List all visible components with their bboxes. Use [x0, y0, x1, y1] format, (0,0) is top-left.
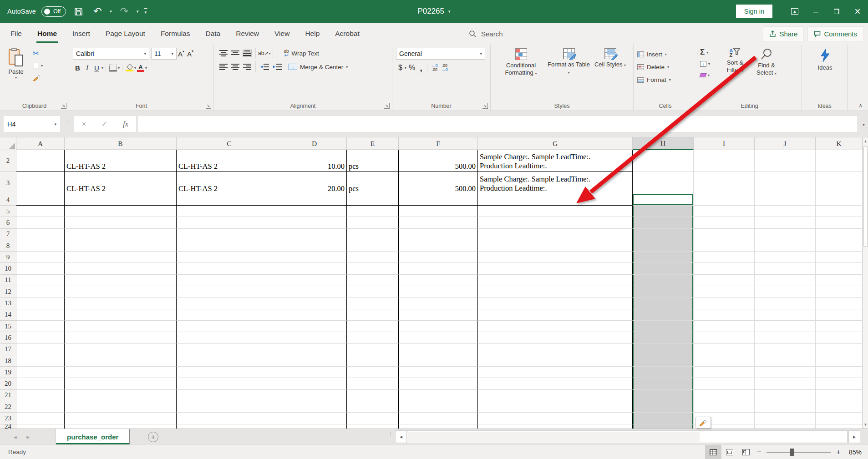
cell-A3[interactable] — [16, 172, 65, 194]
cell-A13[interactable] — [16, 298, 65, 309]
font-size-select[interactable]: 11 ▾ — [151, 48, 177, 60]
cut-button[interactable]: ✂ — [33, 49, 43, 58]
tab-file[interactable]: File — [3, 23, 30, 45]
clear-button[interactable]: ▾ — [700, 71, 720, 80]
cell-J3[interactable] — [755, 172, 816, 194]
increase-decimal-button[interactable]: ←0.00 — [431, 64, 438, 72]
conditional-formatting-button[interactable]: Conditional Formatting ▾ — [497, 47, 546, 77]
cell-C6[interactable] — [177, 217, 282, 228]
paste-chevron-icon[interactable]: ▾ — [15, 76, 17, 80]
cell-B19[interactable] — [65, 367, 177, 378]
cell-J9[interactable] — [755, 252, 816, 263]
cell-K12[interactable] — [816, 286, 863, 298]
select-all-button[interactable] — [0, 137, 16, 150]
cell-I17[interactable] — [694, 344, 755, 355]
row-header-15[interactable]: 15 — [0, 321, 16, 332]
cell-A22[interactable] — [16, 401, 65, 413]
insert-cells-button[interactable]: Insert ▾ — [637, 48, 693, 61]
cell-A16[interactable] — [16, 332, 65, 343]
cell-G15[interactable] — [478, 321, 633, 332]
cell-H17[interactable] — [633, 344, 694, 355]
cell-K24[interactable] — [816, 424, 863, 429]
cell-D14[interactable] — [282, 309, 347, 321]
cell-K22[interactable] — [816, 401, 863, 413]
cell-I4[interactable] — [694, 194, 755, 206]
scroll-down-arrow-icon[interactable]: ▼ — [863, 423, 868, 427]
cell-A15[interactable] — [16, 321, 65, 332]
cell-D15[interactable] — [282, 321, 347, 332]
cell-H23[interactable] — [633, 413, 694, 424]
sort-filter-button[interactable]: AZ Sort & Filter ▾ — [720, 47, 750, 75]
cell-B21[interactable] — [65, 390, 177, 401]
cell-G10[interactable] — [478, 263, 633, 274]
cell-A14[interactable] — [16, 309, 65, 321]
cell-H5[interactable] — [633, 206, 694, 217]
cell-G7[interactable] — [478, 229, 633, 240]
cell-C8[interactable] — [177, 240, 282, 252]
zoom-slider-thumb[interactable] — [790, 449, 794, 456]
tab-formulas[interactable]: Formulas — [153, 23, 198, 45]
row-header-14[interactable]: 14 — [0, 309, 16, 321]
column-header-J[interactable]: J — [755, 137, 816, 150]
cell-I21[interactable] — [694, 390, 755, 401]
row-header-2[interactable]: 2 — [0, 150, 16, 172]
insert-cells-chevron-icon[interactable]: ▾ — [665, 52, 667, 56]
cell-F18[interactable] — [399, 355, 478, 367]
cell-J19[interactable] — [755, 367, 816, 378]
name-box[interactable]: H4 ▾ — [4, 116, 60, 132]
save-button[interactable] — [71, 5, 85, 18]
cell-F19[interactable] — [399, 367, 478, 378]
cell-E23[interactable] — [347, 413, 399, 424]
cell-G6[interactable] — [478, 217, 633, 228]
zoom-in-button[interactable]: + — [833, 448, 843, 457]
column-header-A[interactable]: A — [16, 137, 65, 150]
cell-H6[interactable] — [633, 217, 694, 228]
cell-K13[interactable] — [816, 298, 863, 309]
comma-style-button[interactable]: , — [420, 63, 422, 73]
cell-C5[interactable] — [177, 206, 282, 217]
sheet-tab-purchase-order[interactable]: purchase_order — [56, 429, 130, 444]
row-header-8[interactable]: 8 — [0, 240, 16, 252]
row-header-19[interactable]: 19 — [0, 367, 16, 378]
cell-J18[interactable] — [755, 355, 816, 367]
cell-J22[interactable] — [755, 401, 816, 413]
cell-H20[interactable] — [633, 378, 694, 389]
clipboard-dialog-launcher[interactable]: ↘ — [61, 103, 66, 109]
cell-E20[interactable] — [347, 378, 399, 389]
row-header-17[interactable]: 17 — [0, 344, 16, 355]
row-header-6[interactable]: 6 — [0, 217, 16, 228]
tab-page-layout[interactable]: Page Layout — [98, 23, 153, 45]
number-dialog-launcher[interactable]: ↘ — [482, 103, 488, 109]
row-header-12[interactable]: 12 — [0, 286, 16, 298]
cell-G22[interactable] — [478, 401, 633, 413]
top-align-button[interactable] — [219, 50, 228, 56]
cell-D17[interactable] — [282, 344, 347, 355]
horizontal-scrollbar[interactable] — [407, 430, 848, 443]
cell-I6[interactable] — [694, 217, 755, 228]
tab-view[interactable]: View — [267, 23, 297, 45]
zoom-level[interactable]: 85% — [843, 449, 865, 456]
share-button[interactable]: Share — [763, 26, 804, 41]
font-dialog-launcher[interactable]: ↘ — [206, 103, 211, 109]
cell-G8[interactable] — [478, 240, 633, 252]
autosave-toggle[interactable]: Off — [41, 6, 66, 17]
cell-E14[interactable] — [347, 309, 399, 321]
cell-K9[interactable] — [816, 252, 863, 263]
cell-E4[interactable] — [347, 194, 399, 206]
cell-D12[interactable] — [282, 286, 347, 298]
search-input[interactable]: Search — [469, 23, 503, 45]
paste-button[interactable]: Paste ▾ — [3, 47, 29, 80]
merge-center-chevron-icon[interactable]: ▾ — [346, 65, 348, 69]
cell-A19[interactable] — [16, 367, 65, 378]
cell-G11[interactable] — [478, 275, 633, 286]
cell-H18[interactable] — [633, 355, 694, 367]
fill-color-chevron-icon[interactable]: ▾ — [134, 66, 136, 70]
cell-B2[interactable]: CL-HT-AS 2 — [65, 150, 177, 172]
cell-G12[interactable] — [478, 286, 633, 298]
cell-F21[interactable] — [399, 390, 478, 401]
cell-G5[interactable] — [478, 206, 633, 217]
row-header-18[interactable]: 18 — [0, 355, 16, 367]
cell-F4[interactable] — [399, 194, 478, 206]
cell-E17[interactable] — [347, 344, 399, 355]
cell-F11[interactable] — [399, 275, 478, 286]
